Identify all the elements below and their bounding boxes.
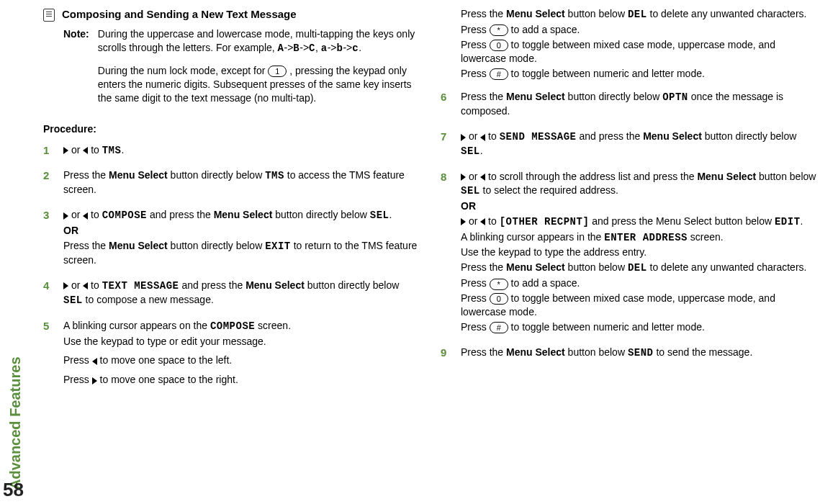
softkey-compose: COMPOSE xyxy=(210,320,255,332)
softkey-del: DEL xyxy=(628,262,647,274)
note-label: Note: xyxy=(63,27,89,113)
softkey-del: DEL xyxy=(628,9,647,20)
text: and press the Menu Select button below xyxy=(589,215,775,227)
key-hash: # xyxy=(490,322,508,333)
text: Press xyxy=(461,277,490,289)
note-body: During the uppercase and lowercase mode,… xyxy=(98,27,420,113)
softkey-send-message: SEND MESSAGE xyxy=(500,131,577,143)
text: to toggle between numeric and letter mod… xyxy=(508,68,705,79)
text: button directly below xyxy=(272,209,369,220)
step-5: 5 A blinking cursor appears on the COMPO… xyxy=(43,319,420,389)
text: screen. xyxy=(688,231,724,243)
arrow-right-icon xyxy=(63,212,68,220)
menu-select-label: Menu Select xyxy=(506,91,565,102)
step-5-continued: Press the Menu Select button below DEL t… xyxy=(461,7,818,80)
text-or: or xyxy=(466,215,480,227)
text-to: to xyxy=(88,209,102,220)
softkey-sel: SEL xyxy=(370,210,389,221)
menu-select-label: Menu Select xyxy=(214,209,273,220)
procedure-label: Procedure: xyxy=(43,122,420,136)
key-zero: 0 xyxy=(490,40,508,51)
step-7: 7 or to SEND MESSAGE and press the Menu … xyxy=(441,130,818,160)
text: Press the xyxy=(461,8,506,19)
text-to: to xyxy=(485,215,499,227)
heading-row: Composing and Sending a New Text Message xyxy=(43,7,420,22)
step-body: or to scroll through the address list an… xyxy=(461,170,818,336)
step-body: or to TMS. xyxy=(63,143,420,159)
text: to add a space. xyxy=(508,24,580,35)
step-number: 7 xyxy=(441,130,454,160)
text: Press xyxy=(461,39,490,50)
key-zero: 0 xyxy=(490,293,508,305)
text: button below xyxy=(565,8,628,19)
text: to add a space. xyxy=(508,277,580,289)
softkey-text-message: TEXT MESSAGE xyxy=(102,280,179,292)
softkey-other-recpnt: [OTHER RECPNT] xyxy=(500,216,590,228)
text: to toggle between mixed case mode, upper… xyxy=(461,39,775,64)
arrow-right-icon xyxy=(92,377,97,384)
step-number: 8 xyxy=(441,170,454,336)
note-arrow: -> xyxy=(299,42,309,53)
text: button directly below xyxy=(305,279,400,291)
softkey-sel: SEL xyxy=(461,185,480,197)
note-text: During the uppercase and lowercase mode,… xyxy=(98,28,415,53)
text: to select the required address. xyxy=(480,184,618,196)
text-to: to xyxy=(88,279,102,291)
document-icon xyxy=(43,9,55,22)
text: Press xyxy=(461,292,490,304)
text: . xyxy=(801,215,803,227)
page-columns: Composing and Sending a New Text Message… xyxy=(0,0,838,504)
softkey-sel: SEL xyxy=(63,294,83,306)
arrow-right-icon xyxy=(63,282,68,289)
text: to move one space to the right. xyxy=(97,374,238,385)
menu-select-label: Menu Select xyxy=(643,130,702,142)
text: to toggle between numeric and letter mod… xyxy=(508,321,705,333)
note-paragraph-1: During the uppercase and lowercase mode,… xyxy=(98,27,420,55)
note-seq: C xyxy=(309,42,315,54)
softkey-edit: EDIT xyxy=(775,216,801,228)
menu-select-label: Menu Select xyxy=(506,8,565,19)
text: Press the xyxy=(461,91,506,102)
step-body: Press the Menu Select button directly be… xyxy=(63,168,420,198)
or-label: OR xyxy=(461,199,818,213)
column-left: Composing and Sending a New Text Message… xyxy=(43,7,420,497)
note-block: Note: During the uppercase and lowercase… xyxy=(63,27,420,113)
note-period: . xyxy=(359,42,361,53)
step-body: or to SEND MESSAGE and press the Menu Se… xyxy=(461,130,818,160)
step-2: 2 Press the Menu Select button directly … xyxy=(43,168,420,198)
text: to move one space to the left. xyxy=(97,354,233,366)
softkey-tms: TMS xyxy=(102,145,122,156)
note-sep: , xyxy=(315,42,321,53)
text: to scroll through the address list and p… xyxy=(485,171,697,182)
note-seq: c xyxy=(352,42,359,54)
step-4: 4 or to TEXT MESSAGE and press the Menu … xyxy=(43,279,420,309)
text: button directly below xyxy=(168,240,265,251)
text: button directly below xyxy=(168,169,265,181)
step-body: Press the Menu Select button below SEND … xyxy=(461,346,818,361)
arrow-left-icon xyxy=(92,358,97,365)
text-to: to xyxy=(485,130,499,142)
text-or: or xyxy=(71,144,83,156)
column-right: Press the Menu Select button below DEL t… xyxy=(441,7,818,497)
text: Use the keypad to type or edit your mess… xyxy=(63,335,420,348)
text: to toggle between mixed case mode, upper… xyxy=(461,292,775,318)
text: to send the message. xyxy=(654,346,753,358)
menu-select-label: Menu Select xyxy=(245,279,305,291)
text: A blinking cursor appears in the xyxy=(461,231,604,243)
text: Press xyxy=(461,24,490,35)
note-paragraph-2: During the num lock mode, except for 1 ,… xyxy=(98,64,420,105)
text: button directly below xyxy=(565,91,662,102)
text: button directly below xyxy=(702,130,797,142)
text: screen. xyxy=(255,320,291,331)
key-star: * xyxy=(490,279,508,290)
step-number: 2 xyxy=(43,168,56,198)
key-hash: # xyxy=(490,68,508,80)
text: to delete any unwanted characters. xyxy=(647,261,807,273)
step-number: 3 xyxy=(43,208,56,269)
step-number: 5 xyxy=(43,319,56,389)
step-9: 9 Press the Menu Select button below SEN… xyxy=(441,346,818,361)
text: Press xyxy=(461,68,490,79)
text: Press the xyxy=(461,261,506,273)
step-1: 1 or to TMS. xyxy=(43,143,420,159)
text: button below xyxy=(565,261,628,273)
